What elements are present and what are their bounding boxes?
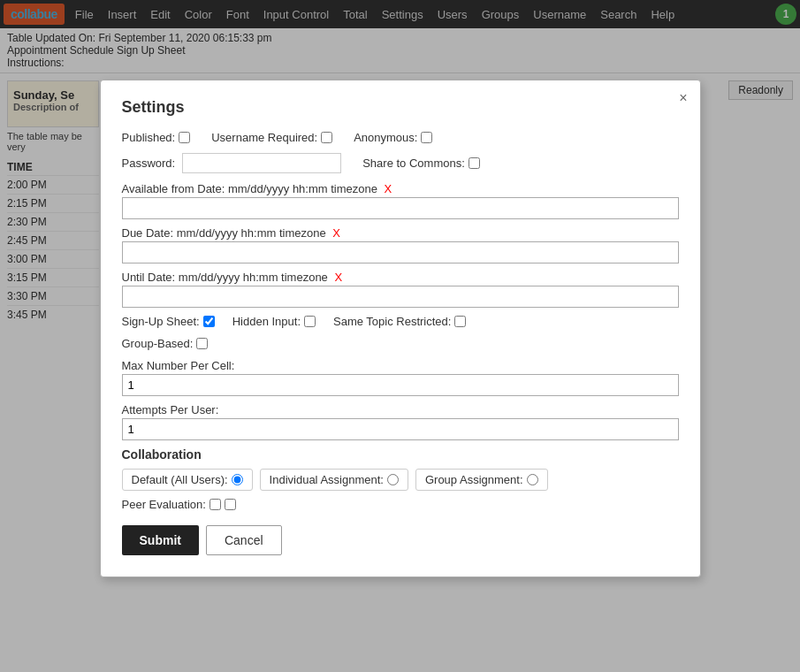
group-based-group: Group-Based: (122, 337, 209, 350)
submit-button[interactable]: Submit (122, 525, 199, 555)
group-option: Group Assignment: (415, 469, 548, 491)
anonymous-group: Anonymous: (354, 131, 432, 144)
max-number-input[interactable] (122, 374, 679, 396)
attempts-input[interactable] (122, 418, 679, 440)
collaboration-row-2: Peer Evaluation: (122, 498, 679, 511)
due-date-x: X (332, 226, 340, 240)
settings-row-1: Published: Username Required: Anonymous: (122, 131, 679, 144)
until-date-x: X (334, 271, 342, 284)
individual-option: Individual Assignment: (260, 469, 408, 491)
default-radio[interactable] (232, 474, 243, 485)
available-date-x: X (385, 182, 392, 195)
due-date-section: Due Date: mm/dd/yyyy hh:mm timezone X (122, 226, 679, 263)
until-date-input[interactable] (122, 286, 679, 308)
group-based-label: Group-Based: (122, 337, 194, 350)
published-group: Published: (122, 131, 191, 144)
peer-eval-checkbox-2[interactable] (225, 499, 236, 510)
individual-radio[interactable] (387, 474, 399, 485)
max-number-section: Max Number Per Cell: (122, 359, 679, 396)
group-label: Group Assignment: (425, 473, 523, 486)
group-based-checkbox[interactable] (196, 338, 208, 349)
peer-eval-checkbox-1[interactable] (210, 499, 221, 510)
same-topic-checkbox[interactable] (454, 316, 466, 327)
settings-row-4: Group-Based: (122, 337, 679, 350)
same-topic-group: Same Topic Restricted: (333, 315, 466, 328)
password-input[interactable] (182, 153, 341, 173)
available-date-input[interactable] (122, 197, 679, 219)
available-date-section: Available from Date: mm/dd/yyyy hh:mm ti… (122, 182, 679, 219)
password-label: Password: (122, 157, 176, 170)
until-date-section: Until Date: mm/dd/yyyy hh:mm timezone X (122, 271, 679, 308)
due-date-input[interactable] (122, 241, 679, 263)
settings-row-2: Password: Share to Commons: (122, 153, 679, 173)
attempts-label: Attempts Per User: (122, 403, 679, 416)
peer-eval-group: Peer Evaluation: (122, 498, 236, 511)
hidden-input-label: Hidden Input: (232, 315, 301, 328)
hidden-input-checkbox[interactable] (304, 316, 316, 327)
username-required-group: Username Required: (211, 131, 332, 144)
same-topic-label: Same Topic Restricted: (333, 315, 451, 328)
cancel-button[interactable]: Cancel (206, 525, 282, 555)
collaboration-row-1: Default (All Users): Individual Assignme… (122, 469, 679, 491)
peer-eval-label: Peer Evaluation: (122, 498, 206, 511)
group-radio[interactable] (527, 474, 538, 485)
default-option: Default (All Users): (122, 469, 253, 491)
modal-overlay: Settings × Published: Username Required:… (0, 0, 800, 672)
anonymous-checkbox[interactable] (421, 132, 432, 143)
hidden-input-group: Hidden Input: (232, 315, 316, 328)
signup-sheet-checkbox[interactable] (203, 316, 215, 327)
until-date-label: Until Date: mm/dd/yyyy hh:mm timezone X (122, 271, 679, 284)
default-label: Default (All Users): (132, 473, 228, 486)
share-commons-group: Share to Commons: (362, 157, 480, 170)
max-number-label: Max Number Per Cell: (122, 359, 679, 372)
username-required-label: Username Required: (211, 131, 317, 144)
button-row: Submit Cancel (122, 525, 679, 555)
username-required-checkbox[interactable] (321, 132, 332, 143)
modal-close-button[interactable]: × (679, 91, 687, 105)
published-checkbox[interactable] (179, 132, 190, 143)
signup-sheet-group: Sign-Up Sheet: (122, 315, 215, 328)
collaboration-section: Collaboration Default (All Users): Indiv… (122, 447, 679, 511)
signup-sheet-label: Sign-Up Sheet: (122, 315, 200, 328)
published-label: Published: (122, 131, 176, 144)
share-commons-checkbox[interactable] (469, 157, 480, 169)
share-commons-label: Share to Commons: (362, 157, 465, 170)
modal-title: Settings (122, 98, 679, 117)
settings-modal: Settings × Published: Username Required:… (100, 80, 701, 577)
anonymous-label: Anonymous: (354, 131, 417, 144)
attempts-section: Attempts Per User: (122, 403, 679, 440)
collaboration-title: Collaboration (122, 447, 679, 462)
available-date-label: Available from Date: mm/dd/yyyy hh:mm ti… (122, 182, 679, 195)
due-date-label: Due Date: mm/dd/yyyy hh:mm timezone X (122, 226, 679, 240)
individual-label: Individual Assignment: (270, 473, 384, 486)
settings-row-3: Sign-Up Sheet: Hidden Input: Same Topic … (122, 315, 679, 328)
